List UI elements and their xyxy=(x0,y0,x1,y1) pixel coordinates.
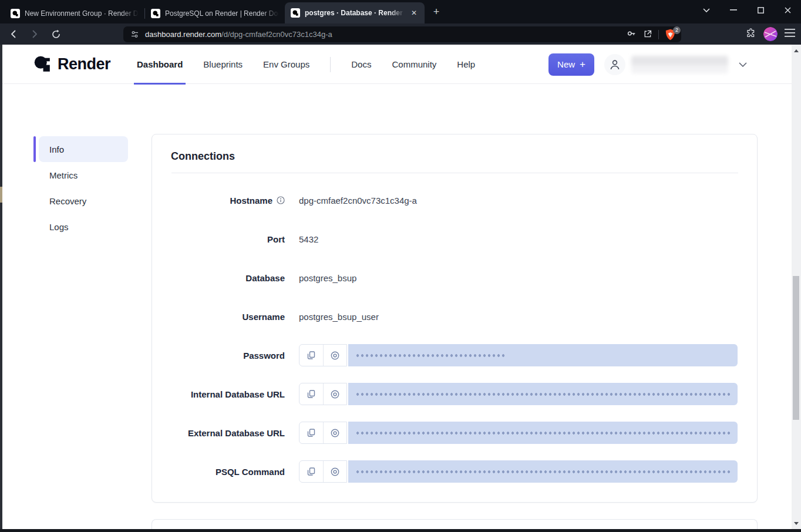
row-label-text: External Database URL xyxy=(188,428,285,438)
close-window-button[interactable] xyxy=(774,1,801,19)
nav-community[interactable]: Community xyxy=(392,45,436,84)
scroll-down-arrow-icon[interactable] xyxy=(792,518,801,528)
site-settings-icon[interactable] xyxy=(130,30,139,39)
brand-name: Render xyxy=(58,55,110,73)
app-header: Render Dashboard Blueprints Env Groups D… xyxy=(2,45,792,84)
render-favicon-icon xyxy=(151,9,160,18)
new-button-label: New xyxy=(557,59,575,69)
username-value[interactable]: postgres_bsup_user xyxy=(299,312,379,322)
reveal-eye-button[interactable] xyxy=(323,461,346,482)
url-path: /d/dpg-cmfaef2cn0vc73c1c34g-a xyxy=(221,30,332,39)
copy-button[interactable] xyxy=(299,422,323,443)
tab-title: New Environment Group · Render Das xyxy=(25,9,139,18)
port-value[interactable]: 5432 xyxy=(299,234,318,244)
brave-shields-icon[interactable]: 2 xyxy=(665,29,677,41)
tab-close-icon[interactable]: ✕ xyxy=(409,8,419,18)
info-icon[interactable] xyxy=(277,196,285,204)
sidebar-item-label: Logs xyxy=(49,222,69,232)
window-controls xyxy=(693,0,801,20)
copy-button[interactable] xyxy=(299,461,323,482)
extensions-icon[interactable] xyxy=(745,28,756,41)
connections-rows: Hostname dpg-cmfaef2cn0vc73c1c34g-a Port… xyxy=(152,173,757,483)
sidebar-item-info[interactable]: Info xyxy=(39,136,128,162)
scroll-up-arrow-icon[interactable] xyxy=(792,46,801,55)
nav-help[interactable]: Help xyxy=(457,45,475,84)
nav-dashboard[interactable]: Dashboard xyxy=(137,45,183,84)
sidebar-item-label: Metrics xyxy=(49,170,78,180)
connections-title: Connections xyxy=(152,134,757,163)
field-actions xyxy=(299,460,347,483)
scrollbar-thumb[interactable] xyxy=(793,276,799,420)
masked-dots xyxy=(355,470,730,473)
forward-button[interactable] xyxy=(26,25,43,43)
password-key-icon[interactable] xyxy=(626,28,637,41)
tab-search-chevron-icon[interactable] xyxy=(693,1,720,19)
account-chevron-down-icon[interactable] xyxy=(739,62,747,67)
field-actions xyxy=(299,422,347,444)
hostname-value[interactable]: dpg-cmfaef2cn0vc73c1c34g-a xyxy=(299,196,417,206)
connections-card: Connections Hostname dpg-cmfaef2cn0vc73c… xyxy=(152,134,758,503)
address-bar[interactable]: dashboard.render.com/d/dpg-cmfaef2cn0vc7… xyxy=(123,26,681,42)
sidebar-item-label: Recovery xyxy=(49,196,86,206)
row-database: Database postgres_bsup xyxy=(171,267,738,289)
nav-divider xyxy=(330,57,331,72)
row-label-text: Password xyxy=(243,351,285,361)
tab-title: postgres · Database · Render Da xyxy=(305,9,405,17)
sidebar-item-logs[interactable]: Logs xyxy=(39,214,128,240)
masked-dots xyxy=(355,354,507,357)
row-username: Username postgres_bsup_user xyxy=(171,305,738,328)
copy-button[interactable] xyxy=(299,345,323,366)
render-dashboard-page: Render Dashboard Blueprints Env Groups D… xyxy=(0,45,801,529)
window-edge-bottom xyxy=(0,529,801,532)
reload-button[interactable] xyxy=(47,25,65,43)
account-name-redacted xyxy=(631,56,728,73)
person-icon xyxy=(609,59,621,70)
new-tab-button[interactable]: + xyxy=(428,4,445,21)
reveal-eye-button[interactable] xyxy=(323,345,346,366)
account-avatar[interactable] xyxy=(604,54,625,75)
render-logo-icon xyxy=(34,56,52,73)
row-label-text: PSQL Command xyxy=(216,467,285,477)
url-domain: dashboard.render.com xyxy=(145,30,221,39)
render-logo[interactable]: Render xyxy=(34,45,110,84)
render-favicon-icon xyxy=(11,9,20,18)
row-internal-database-url: Internal Database URL xyxy=(171,383,738,405)
internal-url-masked-field[interactable] xyxy=(348,383,738,405)
nav-docs[interactable]: Docs xyxy=(351,45,371,84)
page-scrollbar[interactable] xyxy=(792,45,801,529)
row-label-text: Username xyxy=(242,312,285,322)
sidebar-item-label: Info xyxy=(49,144,64,154)
new-button[interactable]: New+ xyxy=(548,53,594,76)
psql-command-masked-field[interactable] xyxy=(348,460,738,483)
browser-tab-2[interactable]: PostgreSQL on Render | Render Docs xyxy=(145,4,285,23)
row-psql-command: PSQL Command xyxy=(171,460,738,483)
nav-blueprints[interactable]: Blueprints xyxy=(203,45,243,84)
copy-button[interactable] xyxy=(299,383,323,405)
nav-env-groups[interactable]: Env Groups xyxy=(263,45,309,84)
share-icon[interactable] xyxy=(642,29,652,41)
database-value[interactable]: postgres_bsup xyxy=(299,273,356,283)
maximize-button[interactable] xyxy=(747,1,774,19)
row-label-text: Internal Database URL xyxy=(191,389,285,399)
sidebar-item-metrics[interactable]: Metrics xyxy=(39,162,128,188)
sidebar-item-recovery[interactable]: Recovery xyxy=(39,188,128,214)
masked-dots xyxy=(355,393,730,396)
minimize-button[interactable] xyxy=(720,1,747,19)
url-text: dashboard.render.com/d/dpg-cmfaef2cn0vc7… xyxy=(145,30,332,39)
browser-menu-icon[interactable] xyxy=(785,29,795,39)
sidebar: Info Metrics Recovery Logs xyxy=(39,136,128,240)
browser-tab-1[interactable]: New Environment Group · Render Das xyxy=(5,4,144,23)
password-masked-field[interactable] xyxy=(348,344,738,366)
main-nav: Dashboard Blueprints Env Groups Docs Com… xyxy=(137,45,475,84)
back-button[interactable] xyxy=(5,25,22,43)
external-url-masked-field[interactable] xyxy=(348,422,738,444)
row-label-text: Hostname xyxy=(230,196,272,206)
row-hostname: Hostname dpg-cmfaef2cn0vc73c1c34g-a xyxy=(171,189,738,211)
browser-tab-active[interactable]: postgres · Database · Render Da ✕ xyxy=(285,2,425,23)
reveal-eye-button[interactable] xyxy=(323,383,346,405)
address-bar-actions: 2 xyxy=(626,26,677,42)
reveal-eye-button[interactable] xyxy=(323,422,346,443)
browser-toolbar: dashboard.render.com/d/dpg-cmfaef2cn0vc7… xyxy=(0,23,801,45)
window-edge-left xyxy=(0,45,2,529)
browser-profile-avatar[interactable] xyxy=(763,27,778,41)
